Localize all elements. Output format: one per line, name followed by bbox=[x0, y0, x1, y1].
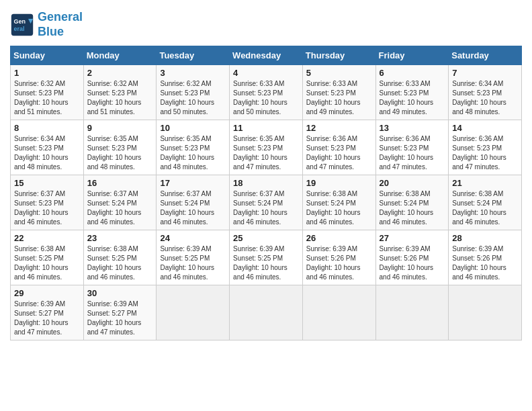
calendar-cell: 7Sunrise: 6:34 AMSunset: 5:23 PMDaylight… bbox=[449, 65, 522, 120]
calendar-table: SundayMondayTuesdayWednesdayThursdayFrid… bbox=[10, 46, 522, 340]
day-number: 24 bbox=[160, 233, 226, 243]
day-number: 19 bbox=[306, 178, 372, 188]
calendar-week-row: 8Sunrise: 6:34 AMSunset: 5:23 PMDaylight… bbox=[11, 120, 522, 175]
day-number: 7 bbox=[452, 68, 518, 78]
day-number: 26 bbox=[306, 233, 372, 243]
day-number: 11 bbox=[233, 123, 299, 133]
calendar-cell: 1Sunrise: 6:32 AMSunset: 5:23 PMDaylight… bbox=[11, 65, 84, 120]
logo: Gen eral General Blue bbox=[10, 10, 83, 39]
day-info: Sunrise: 6:32 AMSunset: 5:23 PMDaylight:… bbox=[87, 79, 153, 117]
day-number: 10 bbox=[160, 123, 226, 133]
day-number: 2 bbox=[87, 68, 153, 78]
day-of-week-header: Wednesday bbox=[230, 46, 303, 65]
calendar-cell: 19Sunrise: 6:38 AMSunset: 5:24 PMDayligh… bbox=[302, 175, 375, 230]
svg-text:Gen: Gen bbox=[13, 18, 26, 25]
calendar-cell: 25Sunrise: 6:39 AMSunset: 5:25 PMDayligh… bbox=[230, 230, 303, 285]
calendar-cell: 28Sunrise: 6:39 AMSunset: 5:26 PMDayligh… bbox=[449, 230, 522, 285]
day-of-week-header: Monday bbox=[83, 46, 157, 65]
day-info: Sunrise: 6:36 AMSunset: 5:23 PMDaylight:… bbox=[452, 134, 518, 172]
calendar-cell bbox=[302, 285, 375, 340]
day-of-week-header: Friday bbox=[375, 46, 449, 65]
day-number: 1 bbox=[14, 68, 80, 78]
calendar-cell bbox=[157, 285, 230, 340]
day-info: Sunrise: 6:35 AMSunset: 5:23 PMDaylight:… bbox=[160, 134, 226, 172]
day-info: Sunrise: 6:33 AMSunset: 5:23 PMDaylight:… bbox=[380, 79, 445, 117]
calendar-week-row: 15Sunrise: 6:37 AMSunset: 5:23 PMDayligh… bbox=[11, 175, 522, 230]
day-number: 21 bbox=[452, 178, 518, 188]
calendar-cell: 6Sunrise: 6:33 AMSunset: 5:23 PMDaylight… bbox=[375, 65, 449, 120]
calendar-cell: 26Sunrise: 6:39 AMSunset: 5:26 PMDayligh… bbox=[302, 230, 375, 285]
day-number: 29 bbox=[14, 288, 80, 298]
calendar-cell bbox=[449, 285, 522, 340]
calendar-cell: 24Sunrise: 6:39 AMSunset: 5:25 PMDayligh… bbox=[157, 230, 230, 285]
day-number: 28 bbox=[452, 233, 518, 243]
header: Gen eral General Blue bbox=[10, 10, 522, 39]
day-number: 9 bbox=[87, 123, 153, 133]
calendar-cell bbox=[230, 285, 303, 340]
day-info: Sunrise: 6:38 AMSunset: 5:24 PMDaylight:… bbox=[306, 189, 372, 227]
logo-text: General Blue bbox=[38, 10, 83, 39]
day-number: 27 bbox=[380, 233, 445, 243]
svg-text:eral: eral bbox=[13, 26, 24, 32]
calendar-cell: 11Sunrise: 6:35 AMSunset: 5:23 PMDayligh… bbox=[230, 120, 303, 175]
calendar-cell: 14Sunrise: 6:36 AMSunset: 5:23 PMDayligh… bbox=[449, 120, 522, 175]
day-info: Sunrise: 6:38 AMSunset: 5:24 PMDaylight:… bbox=[380, 189, 445, 227]
day-number: 6 bbox=[380, 68, 445, 78]
day-info: Sunrise: 6:37 AMSunset: 5:23 PMDaylight:… bbox=[14, 189, 80, 227]
day-number: 15 bbox=[14, 178, 80, 188]
day-of-week-header: Saturday bbox=[449, 46, 522, 65]
day-info: Sunrise: 6:33 AMSunset: 5:23 PMDaylight:… bbox=[233, 79, 299, 117]
day-info: Sunrise: 6:38 AMSunset: 5:25 PMDaylight:… bbox=[87, 244, 153, 282]
day-number: 14 bbox=[452, 123, 518, 133]
calendar-cell: 9Sunrise: 6:35 AMSunset: 5:23 PMDaylight… bbox=[83, 120, 157, 175]
calendar-cell: 13Sunrise: 6:36 AMSunset: 5:23 PMDayligh… bbox=[375, 120, 449, 175]
day-number: 12 bbox=[306, 123, 372, 133]
day-number: 20 bbox=[380, 178, 445, 188]
day-info: Sunrise: 6:38 AMSunset: 5:24 PMDaylight:… bbox=[452, 189, 518, 227]
day-number: 4 bbox=[233, 68, 299, 78]
day-of-week-header: Sunday bbox=[11, 46, 84, 65]
day-info: Sunrise: 6:32 AMSunset: 5:23 PMDaylight:… bbox=[14, 79, 80, 117]
day-info: Sunrise: 6:39 AMSunset: 5:26 PMDaylight:… bbox=[380, 244, 445, 282]
calendar-cell: 29Sunrise: 6:39 AMSunset: 5:27 PMDayligh… bbox=[11, 285, 84, 340]
calendar-cell: 21Sunrise: 6:38 AMSunset: 5:24 PMDayligh… bbox=[449, 175, 522, 230]
calendar-cell: 27Sunrise: 6:39 AMSunset: 5:26 PMDayligh… bbox=[375, 230, 449, 285]
day-of-week-header: Thursday bbox=[302, 46, 375, 65]
day-info: Sunrise: 6:39 AMSunset: 5:26 PMDaylight:… bbox=[452, 244, 518, 282]
calendar-cell bbox=[375, 285, 449, 340]
day-number: 30 bbox=[87, 288, 153, 298]
day-info: Sunrise: 6:39 AMSunset: 5:27 PMDaylight:… bbox=[87, 300, 153, 337]
calendar-week-row: 22Sunrise: 6:38 AMSunset: 5:25 PMDayligh… bbox=[11, 230, 522, 285]
calendar-cell: 8Sunrise: 6:34 AMSunset: 5:23 PMDaylight… bbox=[11, 120, 84, 175]
calendar-cell: 20Sunrise: 6:38 AMSunset: 5:24 PMDayligh… bbox=[375, 175, 449, 230]
day-number: 16 bbox=[87, 178, 153, 188]
day-info: Sunrise: 6:39 AMSunset: 5:25 PMDaylight:… bbox=[233, 244, 299, 282]
calendar-cell: 17Sunrise: 6:37 AMSunset: 5:24 PMDayligh… bbox=[157, 175, 230, 230]
day-number: 5 bbox=[306, 68, 372, 78]
logo-icon: Gen eral bbox=[10, 13, 34, 37]
day-number: 22 bbox=[14, 233, 80, 243]
day-number: 3 bbox=[160, 68, 226, 78]
day-info: Sunrise: 6:39 AMSunset: 5:25 PMDaylight:… bbox=[160, 244, 226, 282]
day-number: 23 bbox=[87, 233, 153, 243]
day-info: Sunrise: 6:39 AMSunset: 5:27 PMDaylight:… bbox=[14, 300, 80, 337]
calendar-week-row: 29Sunrise: 6:39 AMSunset: 5:27 PMDayligh… bbox=[11, 285, 522, 340]
calendar-cell: 5Sunrise: 6:33 AMSunset: 5:23 PMDaylight… bbox=[302, 65, 375, 120]
calendar-cell: 12Sunrise: 6:36 AMSunset: 5:23 PMDayligh… bbox=[302, 120, 375, 175]
day-info: Sunrise: 6:35 AMSunset: 5:23 PMDaylight:… bbox=[87, 134, 153, 172]
day-info: Sunrise: 6:37 AMSunset: 5:24 PMDaylight:… bbox=[87, 189, 153, 227]
calendar-cell: 30Sunrise: 6:39 AMSunset: 5:27 PMDayligh… bbox=[83, 285, 157, 340]
day-of-week-header: Tuesday bbox=[157, 46, 230, 65]
day-number: 8 bbox=[14, 123, 80, 133]
calendar-cell: 18Sunrise: 6:37 AMSunset: 5:24 PMDayligh… bbox=[230, 175, 303, 230]
day-info: Sunrise: 6:32 AMSunset: 5:23 PMDaylight:… bbox=[160, 79, 226, 117]
day-number: 25 bbox=[233, 233, 299, 243]
calendar-cell: 10Sunrise: 6:35 AMSunset: 5:23 PMDayligh… bbox=[157, 120, 230, 175]
day-number: 13 bbox=[380, 123, 445, 133]
calendar-cell: 16Sunrise: 6:37 AMSunset: 5:24 PMDayligh… bbox=[83, 175, 157, 230]
day-info: Sunrise: 6:36 AMSunset: 5:23 PMDaylight:… bbox=[306, 134, 372, 172]
calendar-cell: 3Sunrise: 6:32 AMSunset: 5:23 PMDaylight… bbox=[157, 65, 230, 120]
header-row: SundayMondayTuesdayWednesdayThursdayFrid… bbox=[11, 46, 522, 65]
day-info: Sunrise: 6:36 AMSunset: 5:23 PMDaylight:… bbox=[380, 134, 445, 172]
calendar-cell: 15Sunrise: 6:37 AMSunset: 5:23 PMDayligh… bbox=[11, 175, 84, 230]
